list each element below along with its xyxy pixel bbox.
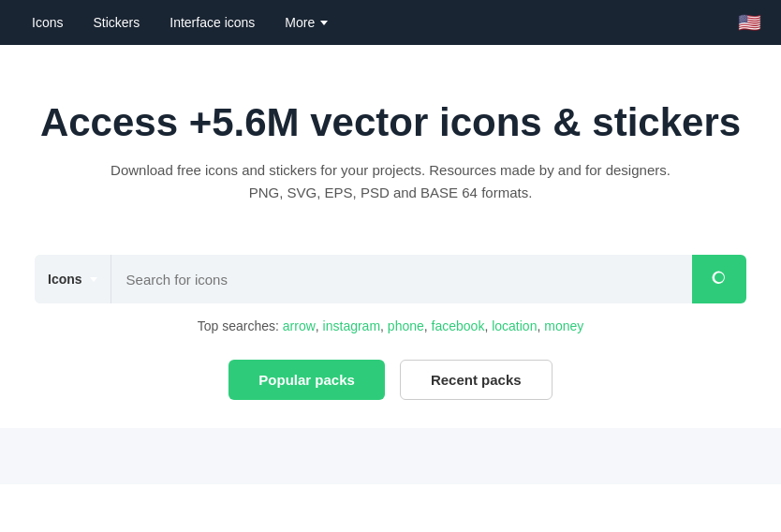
nav-item-icons[interactable]: Icons — [19, 9, 76, 36]
hero-description: Download free icons and stickers for you… — [110, 159, 671, 204]
search-button[interactable] — [692, 255, 746, 303]
nav-stickers-label: Stickers — [93, 15, 140, 30]
top-search-facebook[interactable]: facebook — [432, 318, 485, 333]
search-type-selector[interactable]: Icons — [35, 255, 111, 303]
nav-item-stickers[interactable]: Stickers — [80, 9, 153, 36]
search-type-label: Icons — [48, 272, 82, 287]
hero-section: Access +5.6M vector icons & stickers Dow… — [0, 45, 781, 232]
bottom-strip — [0, 428, 781, 484]
top-search-location[interactable]: location — [492, 318, 537, 333]
nav-interface-label: Interface icons — [169, 15, 255, 30]
top-searches-label: Top searches: — [198, 318, 279, 333]
search-bar: Icons — [35, 255, 746, 303]
search-input[interactable] — [111, 255, 692, 303]
popular-packs-button[interactable]: Popular packs — [228, 360, 385, 400]
top-search-arrow[interactable]: arrow — [283, 318, 316, 333]
search-icon — [710, 270, 729, 288]
top-search-phone[interactable]: phone — [388, 318, 424, 333]
recent-packs-button[interactable]: Recent packs — [400, 360, 553, 400]
hero-heading: Access +5.6M vector icons & stickers — [37, 101, 744, 144]
top-searches: Top searches: arrow, instagram, phone, f… — [0, 318, 781, 333]
top-search-money[interactable]: money — [544, 318, 583, 333]
nav-more-label: More — [285, 15, 315, 30]
nav-item-more[interactable]: More — [272, 9, 341, 36]
chevron-down-icon — [90, 277, 97, 282]
nav-item-interface-icons[interactable]: Interface icons — [156, 9, 268, 36]
navbar: Icons Stickers Interface icons More 🇺🇸 — [0, 0, 781, 45]
top-search-instagram[interactable]: instagram — [323, 318, 380, 333]
chevron-down-icon — [320, 21, 328, 25]
search-section: Icons — [0, 232, 781, 318]
nav-icons-label: Icons — [32, 15, 63, 30]
pack-buttons: Popular packs Recent packs — [0, 360, 781, 400]
flag-icon[interactable]: 🇺🇸 — [736, 13, 762, 32]
